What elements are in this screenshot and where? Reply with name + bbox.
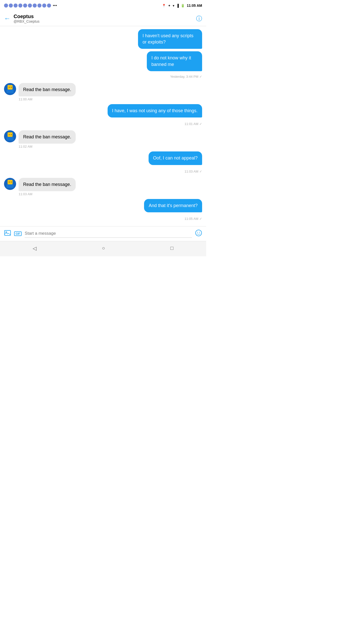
received-time-1: 11:00 AM [19,97,76,101]
username: Coeptus [14,14,196,19]
discord-icon-8 [37,4,41,8]
back-nav-button[interactable]: ◁ [28,244,41,253]
chat-area: I haven't used any scripts or exploits? … [0,26,206,226]
discord-icon-1 [4,4,8,8]
sent-message-group-1: I haven't used any scripts or exploits? … [4,29,202,81]
avatar-1 [4,83,16,95]
app-icons: ••• [4,3,57,8]
discord-icon-3 [14,4,18,8]
avatar-3 [4,178,16,190]
message-input-area: GIF [0,226,206,241]
message-bubble-sent-2: I do not know why it banned me [147,51,202,71]
navigation-bar: ◁ ○ □ [0,241,206,256]
roblox-body-2 [7,137,14,140]
time-sent-8: 11:05 AM ✓ [4,217,202,221]
sent-message-row-4: I have, I was not using any of those thi… [4,104,202,118]
roblox-eye-right-3 [11,182,12,182]
received-time-2: 11:02 AM [19,145,76,148]
checkmark-icon-8: ✓ [199,217,202,221]
roblox-eye-right-2 [11,134,12,135]
roblox-head-3 [8,180,13,184]
discord-icon-7 [33,4,37,8]
wifi-icon: ▾ [173,4,174,8]
chat-header: ← Coeptus @RBX_Coeptus ⓘ [0,11,206,26]
discord-icon-10 [47,4,51,8]
roblox-eye-left-3 [9,182,10,182]
status-right-icons: 📍 ✦ ▾ ▐ 🔋 11:05 AM [162,4,202,8]
roblox-eye-right [11,87,12,88]
roblox-eye-left-2 [9,134,10,135]
message-bubble-sent: I haven't used any scripts or exploits? [138,29,202,49]
svg-point-3 [197,232,198,232]
status-time: 11:05 AM [187,4,202,8]
received-time-3: 11:03 AM [19,192,76,196]
svg-point-4 [199,232,200,232]
avatar-2 [4,130,16,142]
sent-message-row: I haven't used any scripts or exploits? [118,29,202,49]
signal-icon: ▐ [176,4,179,8]
recents-nav-button[interactable]: □ [165,244,178,253]
discord-icon-9 [42,4,46,8]
battery-icon: 🔋 [181,4,185,8]
message-bubble-sent-6: Oof, I can not appeal? [149,151,202,165]
user-handle: @RBX_Coeptus [14,19,196,23]
home-nav-button[interactable]: ○ [97,244,110,253]
back-button[interactable]: ← [4,15,11,22]
discord-icon-5 [23,4,27,8]
sent-message-row-8: And that it's permanent? [4,199,202,213]
received-bubble-2: Read the ban message. [19,130,76,144]
roblox-head [8,85,13,90]
received-message-content-2: Read the ban message. 11:02 AM [19,130,76,148]
checkmark-icon-4: ✓ [199,122,202,126]
user-profile-info: Coeptus @RBX_Coeptus [14,14,196,23]
received-bubble-3: Read the ban message. [19,178,76,191]
roblox-figure [7,85,14,93]
emoji-button[interactable] [195,229,202,238]
date-separator: Yesterday, 3:44 PM ✓ [170,75,202,78]
received-message-row-2: Read the ban message. 11:02 AM [4,130,202,148]
gif-button[interactable]: GIF [14,231,22,236]
sent-message-row-6: Oof, I can not appeal? [4,151,202,165]
message-bubble-sent-8: And that it's permanent? [144,199,202,212]
info-button[interactable]: ⓘ [196,15,202,23]
received-message-content-1: Read the ban message. 11:00 AM [19,83,76,101]
roblox-head-2 [8,132,13,137]
status-bar: ••• 📍 ✦ ▾ ▐ 🔋 11:05 AM [0,0,206,11]
time-sent-6: 11:03 AM ✓ [4,170,202,173]
received-message-row-3: Read the ban message. 11:03 AM [4,178,202,196]
roblox-figure-2 [7,132,14,140]
message-bubble-sent-4: I have, I was not using any of those thi… [108,104,202,117]
checkmark-icon: ✓ [199,75,202,78]
roblox-figure-3 [7,180,14,188]
message-input[interactable] [25,229,192,238]
received-message-row-1: Read the ban message. 11:00 AM [4,83,202,101]
roblox-body-3 [7,184,14,188]
received-bubble-1: Read the ban message. [19,83,76,96]
more-dots-icon: ••• [53,3,57,8]
location-icon: 📍 [162,4,166,8]
roblox-body [7,90,14,93]
checkmark-icon-6: ✓ [199,170,202,173]
svg-point-2 [196,230,202,236]
discord-icon-2 [9,4,13,8]
discord-icon-4 [18,4,22,8]
roblox-eye-left [9,87,10,88]
image-upload-icon[interactable] [4,229,11,238]
sent-message-row-2: I do not know why it banned me [129,51,202,71]
svg-rect-0 [5,230,11,235]
status-icons: ••• [4,3,57,8]
received-message-content-3: Read the ban message. 11:03 AM [19,178,76,196]
time-sent-4: 11:01 AM ✓ [4,122,202,126]
bluetooth-icon: ✦ [168,4,171,8]
discord-icon-6 [28,4,32,8]
